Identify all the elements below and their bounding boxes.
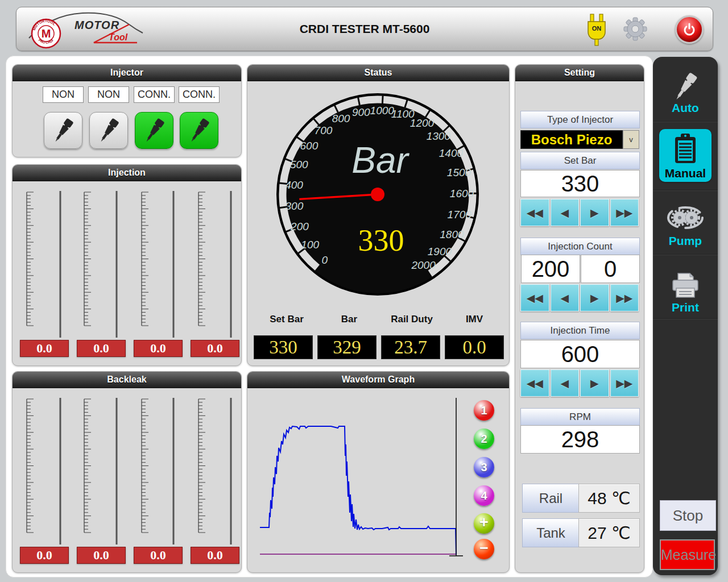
svg-text:1400: 1400 [439, 147, 464, 159]
svg-text:600: 600 [300, 140, 318, 152]
readout-label-imv: IMV [443, 314, 506, 325]
injection-time-increase-button[interactable]: ▶ [580, 369, 609, 397]
set-bar-value: 330 [520, 170, 640, 197]
injector-3-button[interactable] [135, 112, 173, 149]
svg-text:1900: 1900 [428, 246, 452, 257]
svg-text:300: 300 [286, 200, 304, 212]
backleak-1-value: 0.0 [20, 547, 69, 564]
injection-count-stepper: ◀◀ ◀ ▶ ▶▶ [520, 284, 639, 311]
injection-panel: Injection 0.0 0.0 0.0 0.0 [12, 164, 242, 366]
setting-panel-title: Setting [515, 65, 644, 81]
backleak-2-value: 0.0 [77, 547, 126, 564]
injection-count-current-value: 0 [581, 255, 640, 283]
backleak-sliders[interactable] [13, 390, 241, 544]
waveform-channel-4-button[interactable]: 4 [474, 485, 494, 506]
set-bar-fast-decrease-button[interactable]: ◀◀ [520, 199, 549, 226]
injection-time-decrease-button[interactable]: ◀ [551, 369, 580, 397]
injection-count-label: Injection Count [520, 238, 640, 255]
waveform-panel-title: Waveform Graph [247, 372, 509, 388]
sidebar: Auto Manual Pump [653, 57, 718, 575]
measure-button[interactable]: Measure [660, 539, 715, 570]
sidebar-print-label: Print [653, 301, 718, 314]
injector-type-dropdown[interactable]: Bosch Piezo [520, 130, 623, 149]
svg-text:100: 100 [301, 239, 319, 251]
injection-1-value: 0.0 [20, 340, 69, 357]
injector-4-button[interactable] [180, 112, 218, 149]
settings-gear-icon[interactable] [622, 15, 649, 43]
pump-gears-icon [665, 202, 705, 234]
injector-1-button[interactable] [44, 112, 82, 149]
injection-time-fast-increase-button[interactable]: ▶▶ [610, 369, 639, 397]
waveform-channel-3-button[interactable]: 3 [474, 457, 494, 477]
readout-value-bar: 329 [317, 335, 377, 359]
injection-sliders[interactable] [13, 183, 241, 338]
backleak-panel-title: Backleak [13, 372, 241, 388]
title-bar: CRDI TESTER MT-5600 MOTOR Tool MOTORTOOL… [16, 7, 713, 51]
motortool-logo: MOTOR Tool MOTORTOOL PRO CRDI M [24, 9, 150, 49]
readout-value-setbar: 330 [254, 335, 313, 359]
waveform-zoom-in-button[interactable]: + [474, 513, 494, 534]
svg-text:0: 0 [322, 254, 328, 266]
injection-time-stepper: ◀◀ ◀ ▶ ▶▶ [520, 369, 639, 397]
tank-temp-label: Tank [522, 518, 580, 547]
svg-text:200: 200 [290, 221, 309, 232]
svg-text:1300: 1300 [427, 130, 451, 142]
injector-1-status: NON [43, 86, 84, 103]
injector-3-status: CONN. [134, 86, 175, 103]
injection-time-fast-decrease-button[interactable]: ◀◀ [520, 369, 549, 397]
injection-count-fast-decrease-button[interactable]: ◀◀ [520, 284, 549, 311]
injector-icon [48, 116, 78, 146]
injector-icon [184, 116, 214, 146]
injector-4-status: CONN. [179, 86, 220, 103]
svg-text:330: 330 [358, 223, 404, 257]
injection-2-value: 0.0 [77, 340, 126, 357]
injection-count-increase-button[interactable]: ▶ [580, 284, 609, 311]
svg-text:1200: 1200 [410, 117, 435, 129]
readout-label-bar: Bar [318, 314, 380, 325]
rpm-value: 298 [520, 425, 640, 454]
injector-type-dropdown-arrow[interactable]: v [623, 130, 639, 149]
rail-temp-value: 48 ℃ [578, 484, 640, 513]
rpm-label: RPM [520, 408, 640, 426]
pressure-gauge: 0100200300400500600700800900100011001200… [273, 90, 482, 299]
power-button[interactable] [675, 15, 704, 44]
main-content: Injector NON NON CONN. CONN. Injection 0… [6, 56, 653, 577]
injection-time-value: 600 [520, 340, 640, 368]
logo-brand-top: MOTOR [75, 19, 119, 31]
injector-2-button[interactable] [89, 112, 128, 149]
svg-text:700: 700 [315, 124, 333, 136]
waveform-channel-2-button[interactable]: 2 [474, 429, 494, 449]
injection-count-set-value: 200 [521, 255, 580, 283]
injection-time-label: Injection Time [520, 322, 640, 339]
sidebar-manual-label: Manual [659, 167, 712, 180]
injection-count-fast-increase-button[interactable]: ▶▶ [610, 284, 639, 311]
waveform-panel: Waveform Graph 1234 + − [247, 371, 510, 573]
injection-panel-title: Injection [13, 165, 241, 181]
status-panel-title: Status [247, 65, 509, 81]
printer-icon [668, 271, 702, 301]
svg-text:500: 500 [290, 159, 308, 171]
injection-3-value: 0.0 [134, 340, 183, 357]
injector-panel-title: Injector [13, 65, 241, 81]
badge-letter: M [42, 27, 51, 40]
sidebar-item-manual[interactable]: Manual [659, 129, 712, 182]
set-bar-increase-button[interactable]: ▶ [580, 199, 609, 226]
power-plug-icon[interactable]: ON [585, 13, 608, 46]
svg-text:400: 400 [285, 179, 303, 191]
auto-injector-icon [668, 70, 702, 104]
power-symbol-icon [677, 17, 702, 42]
manual-clipboard-icon [673, 132, 697, 165]
waveform-channel-1-button[interactable]: 1 [474, 400, 494, 421]
injector-icon [94, 116, 123, 146]
svg-text:800: 800 [332, 113, 350, 124]
set-bar-fast-increase-button[interactable]: ▶▶ [610, 199, 639, 226]
backleak-4-value: 0.0 [191, 547, 239, 564]
injector-icon [139, 116, 169, 146]
setting-panel: Setting Type of Injector Bosch Piezo v S… [515, 64, 644, 573]
injection-count-decrease-button[interactable]: ◀ [551, 284, 580, 311]
set-bar-decrease-button[interactable]: ◀ [551, 199, 580, 226]
stop-button[interactable]: Stop [660, 500, 716, 531]
backleak-3-value: 0.0 [134, 547, 183, 564]
waveform-zoom-out-button[interactable]: − [474, 539, 494, 559]
sidebar-auto-label: Auto [653, 101, 718, 115]
